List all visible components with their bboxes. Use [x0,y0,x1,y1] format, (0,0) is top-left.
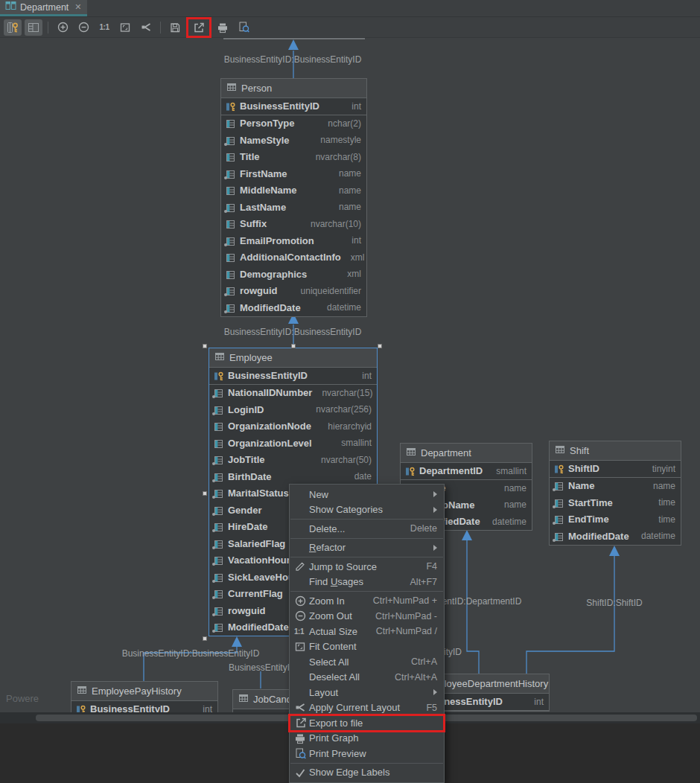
column-row[interactable]: LoginIDnvarchar(256) [209,401,377,418]
column-row[interactable]: AdditionalContactInfoxml [221,249,366,266]
column-row[interactable]: FirstNamename [221,165,366,182]
selection-handle[interactable] [291,344,296,348]
column-row[interactable]: Namename [550,478,681,495]
table-header[interactable]: EmployeePayHistory [71,682,217,701]
menu-item-deselect-all[interactable]: Deselect AllCtrl+Alt+A [290,670,444,685]
menu-item-find-usages[interactable]: Find UsagesAlt+F7 [290,575,444,590]
column-row[interactable]: MiddleNamename [221,182,366,199]
column-type: smallint [490,466,526,476]
column-name: ShiftID [568,463,599,474]
column-row[interactable]: BusinessEntityIDint [209,368,377,385]
table-node-person[interactable]: PersonBusinessEntityIDintPersonTypenchar… [220,78,367,317]
check-icon [294,767,309,779]
table-header[interactable]: Employee [209,348,377,368]
column-row[interactable]: Demographicsxml [221,266,366,283]
column-row[interactable]: NationalIDNumbernvarchar(15) [209,385,377,402]
column-row[interactable]: BirthDatedate [209,468,377,485]
print-preview-button[interactable] [235,19,252,36]
selection-handle[interactable] [203,344,207,348]
close-icon[interactable]: ✕ [74,3,81,11]
column-type: name [333,185,361,196]
actual-size-button[interactable]: 1:1 [95,19,113,36]
export-highlight-box [186,17,211,38]
table-node-shift[interactable]: ShiftShiftIDtinyintNamenameStartTimetime… [549,441,681,546]
zoom-out-button[interactable] [74,19,92,36]
apply-layout-button[interactable] [137,19,155,36]
selection-handle[interactable] [378,344,382,348]
column-name: OrganizationLevel [228,438,312,449]
menu-item-print-graph[interactable]: Print Graph [290,731,444,747]
menu-item-label: Actual Size [309,626,357,637]
column-row[interactable]: OrganizationNodehierarchyid [209,418,377,435]
table-header[interactable]: Department [401,444,532,463]
column-row[interactable]: Suffixnvarchar(10) [221,216,366,233]
menu-item-new[interactable]: New [290,487,444,502]
menu-item-delete[interactable]: Delete...Delete [290,521,444,537]
fit-content-button[interactable] [116,19,134,36]
column-row[interactable]: JobTitlenvarchar(50) [209,452,377,469]
key-column-icon [226,101,236,111]
fork-icon [140,21,153,33]
column-row[interactable]: NameStylenamestyle [221,132,366,149]
selection-handle[interactable] [203,491,207,496]
submenu-arrow-icon [433,507,437,513]
table-header[interactable]: Person [221,79,366,98]
show-columns-toggle[interactable] [25,19,42,36]
export-to-file-button[interactable] [190,19,208,36]
column-type: date [349,471,372,482]
column-row[interactable]: ModifiedDatedatetime [221,299,366,316]
menu-item-select-all[interactable]: Select AllCtrl+A [290,654,444,670]
menu-item-refactor[interactable]: Refactor [290,540,444,556]
menu-item-jump-to-source[interactable]: Jump to SourceF4 [290,559,444,575]
menu-item-shortcut: Ctrl+NumPad / [363,626,437,636]
column-row[interactable]: LastNamename [221,199,366,216]
menu-item-show-edge-labels[interactable]: Show Edge Labels [290,765,444,781]
menu-icon-slot [294,656,309,668]
menu-item-layout[interactable]: Layout [290,685,444,700]
column-type: int [356,371,372,381]
menu-separator [290,591,443,592]
column-row[interactable]: StartTimetime [550,494,681,511]
column-row[interactable]: DepartmentIDsmallint [401,463,532,480]
column-type: smallint [335,438,372,448]
column-name: Gender [228,505,262,516]
column-row[interactable]: BusinessEntityIDint [221,98,366,115]
column-row[interactable]: Titlenvarchar(8) [221,149,366,166]
save-diagram-button[interactable] [166,19,184,36]
menu-item-zoom-in[interactable]: Zoom InCtrl+NumPad + [290,593,444,609]
print-preview-icon [238,21,250,33]
table-header[interactable]: Shift [550,441,681,461]
table-icon [226,82,237,95]
column-name: NameStyle [240,135,289,146]
menu-item-export-to-file[interactable]: Export to file [290,715,444,731]
index-dot [224,143,227,146]
menu-item-fit-content[interactable]: Fit Content [290,639,444,655]
menu-item-shortcut: Ctrl+Alt+A [381,672,437,683]
column-row[interactable]: ModifiedDatedatetime [550,528,681,545]
column-name: NationalIDNumber [228,387,312,398]
menu-item-actual-size[interactable]: 1:1Actual SizeCtrl+NumPad / [290,624,444,639]
show-key-columns-toggle[interactable] [4,19,22,36]
column-type: xml [341,269,361,279]
index-dot [224,310,227,313]
key-column-icon [214,371,224,380]
menu-item-label: Delete... [309,523,345,534]
column-row[interactable]: rowguiduniqueidentifier [221,283,366,300]
column-type: nvarchar(10) [305,219,361,229]
column-row[interactable]: EmailPromotionint [221,232,366,249]
column-type: int [346,101,361,112]
zoom-out-icon [294,610,309,622]
zoom-in-button[interactable] [54,19,71,36]
menu-item-apply-current-layout[interactable]: Apply Current LayoutF5 [290,700,444,716]
column-row[interactable]: EndTimetime [550,511,681,528]
menu-item-zoom-out[interactable]: Zoom OutCtrl+NumPad - [290,609,444,624]
column-name: Title [240,151,260,162]
tab-department[interactable]: Department ✕ [0,0,87,16]
menu-item-print-preview[interactable]: Print Preview [290,746,444,761]
column-row[interactable]: ShiftIDtinyint [550,461,681,478]
column-row[interactable]: OrganizationLevelsmallint [209,435,377,452]
selection-handle[interactable] [203,636,207,641]
column-row[interactable]: PersonTypenchar(2) [221,115,366,132]
menu-item-show-categories[interactable]: Show Categories [290,502,444,518]
print-graph-button[interactable] [214,19,232,36]
